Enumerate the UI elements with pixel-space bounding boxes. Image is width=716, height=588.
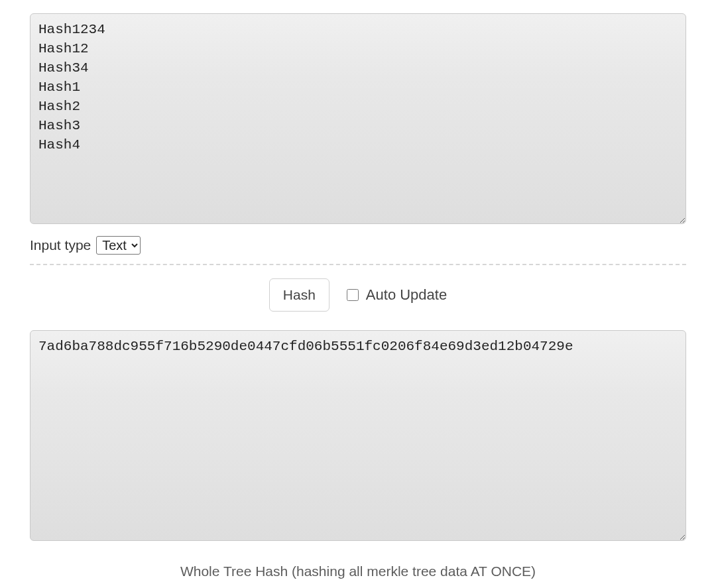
input-type-label: Input type: [30, 237, 91, 253]
divider: [30, 264, 686, 265]
caption: Whole Tree Hash (hashing all merkle tree…: [30, 563, 686, 579]
input-type-row: Input type Text: [30, 236, 686, 255]
auto-update-checkbox[interactable]: [347, 289, 359, 301]
action-row: Hash Auto Update: [30, 278, 686, 312]
hash-button[interactable]: Hash: [269, 278, 329, 312]
auto-update-label: Auto Update: [366, 286, 447, 304]
output-textarea[interactable]: [30, 330, 686, 541]
input-textarea[interactable]: [30, 13, 686, 224]
input-type-select[interactable]: Text: [96, 236, 141, 255]
auto-update-control[interactable]: Auto Update: [344, 286, 447, 304]
page: Input type Text Hash Auto Update Whole T…: [0, 0, 716, 588]
